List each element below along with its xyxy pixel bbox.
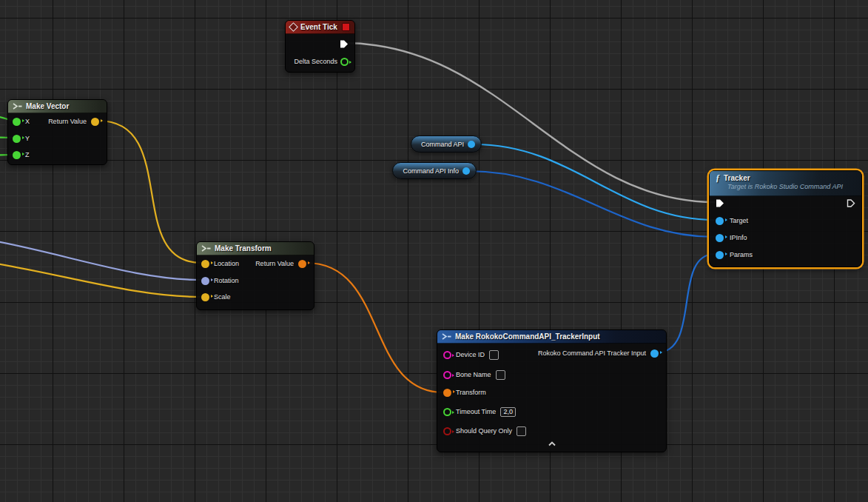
node-tracker[interactable]: ƒTracker Target is Rokoko Studio Command… <box>709 170 862 267</box>
pin-y[interactable] <box>13 135 21 143</box>
wire-scale-in[interactable] <box>0 264 201 297</box>
tracker-header[interactable]: ƒTracker Target is Rokoko Studio Command… <box>710 171 861 196</box>
make-struct-icon <box>201 244 211 252</box>
bone-name-input[interactable] <box>496 370 505 380</box>
function-icon: ƒ <box>716 173 720 182</box>
timeout-time-input[interactable]: 2,0 <box>500 407 516 417</box>
pin-should-query-only[interactable] <box>443 427 451 435</box>
device-id-input[interactable] <box>489 350 499 360</box>
pin-location[interactable] <box>201 260 209 268</box>
node-make-transform[interactable]: Make Transform Location Rotation Scale R… <box>196 241 314 310</box>
event-icon <box>289 22 298 32</box>
node-title: Make RokokoCommandAPI_TrackerInput <box>455 332 600 341</box>
pin-timeout-time[interactable] <box>443 408 451 416</box>
should-query-only-checkbox[interactable] <box>517 426 526 436</box>
exec-out-row <box>340 38 349 50</box>
pin-bone-name[interactable] <box>443 371 451 379</box>
node-make-vector[interactable]: Make Vector X Y Z Return Value <box>7 99 107 165</box>
pin-params[interactable] <box>716 251 724 259</box>
pin-return-value-transform[interactable] <box>298 260 306 268</box>
wire-makevector-to-location[interactable] <box>98 121 201 263</box>
node-title: Tracker <box>724 174 750 182</box>
pin-transform[interactable] <box>443 389 451 397</box>
pin-target[interactable] <box>716 217 724 225</box>
node-title: Event Tick <box>300 23 337 31</box>
node-event-tick[interactable]: Event Tick Delta Seconds <box>285 20 355 73</box>
node-subtitle: Target is Rokoko Studio Command API <box>727 183 855 190</box>
node-make-rokoko-tracker-input[interactable]: Make RokokoCommandAPI_TrackerInput Devic… <box>437 329 667 452</box>
pin-x[interactable] <box>13 118 21 126</box>
wire-rotation-in[interactable] <box>0 241 201 280</box>
pin-command-api-out[interactable] <box>468 141 475 148</box>
delta-seconds-row: Delta Seconds <box>294 56 349 67</box>
exec-in-row <box>716 197 724 209</box>
make-struct-icon <box>442 332 451 341</box>
make-rokoko-header[interactable]: Make RokokoCommandAPI_TrackerInput <box>437 330 666 344</box>
pin-z[interactable] <box>13 151 21 159</box>
exec-out-row <box>847 197 855 209</box>
pin-ipinfo[interactable] <box>716 234 724 242</box>
node-title: Make Transform <box>215 244 272 252</box>
delta-seconds-pin[interactable] <box>340 58 349 66</box>
node-command-api-info[interactable]: Command API Info <box>392 162 477 179</box>
event-badge-icon <box>342 23 350 31</box>
exec-in-pin[interactable] <box>716 198 724 208</box>
collapse-node-chevron[interactable] <box>548 436 556 449</box>
pin-device-id[interactable] <box>443 351 451 359</box>
exec-out-pin[interactable] <box>847 198 855 208</box>
pin-command-api-info-out[interactable] <box>462 167 470 175</box>
node-title: Make Vector <box>26 102 69 110</box>
wire-maketransform-to-transform[interactable] <box>306 263 443 392</box>
make-transform-header[interactable]: Make Transform <box>197 242 314 255</box>
exec-out-pin[interactable] <box>340 39 349 49</box>
blueprint-graph-canvas[interactable]: Event Tick Delta Seconds Make Vector X Y… <box>0 0 868 502</box>
pin-tracker-input-out[interactable] <box>650 349 659 358</box>
make-struct-icon <box>13 102 22 110</box>
pin-rotation[interactable] <box>201 277 209 285</box>
wire-commandapi-to-target[interactable] <box>474 144 715 220</box>
pin-return-value-vector[interactable] <box>91 118 99 126</box>
pin-scale[interactable] <box>201 293 209 301</box>
make-vector-header[interactable]: Make Vector <box>8 100 107 113</box>
node-command-api[interactable]: Command API <box>411 135 482 153</box>
event-tick-header[interactable]: Event Tick <box>286 21 354 34</box>
